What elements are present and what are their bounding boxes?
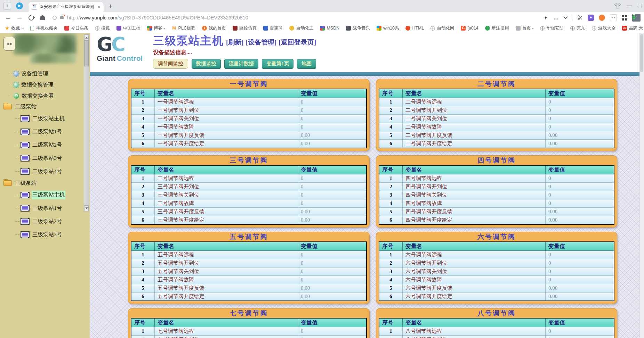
download-icon[interactable]: [632, 14, 641, 22]
bookmark-item[interactable]: 博客 -: [147, 25, 165, 31]
bookmark-item[interactable]: 自动化网: [430, 25, 454, 31]
variable-table: 序号变量名变量值1八号调节阀远程02八号调节阀开到位0: [379, 318, 614, 338]
scroll-down-button[interactable]: [84, 205, 89, 211]
scissors-icon[interactable]: [577, 15, 583, 20]
bookmark-item[interactable]: win10系: [377, 25, 399, 31]
sidebar-item-二级泵站4号[interactable]: 二级泵站4号: [0, 165, 83, 178]
column-header: 变量值: [298, 165, 367, 174]
bookmark-item[interactable]: 新注册用: [485, 25, 509, 31]
minimize-icon[interactable]: —: [627, 3, 632, 9]
sidebar-item-数据交换查看[interactable]: 数据交换查看: [0, 90, 83, 101]
sidebar-item-设备组管理[interactable]: 设备组管理: [0, 68, 83, 79]
column-header: 变量名: [403, 165, 546, 174]
gear-sync-icon: [14, 82, 19, 88]
table-row: 2一号调节阀开到位0: [131, 106, 367, 115]
sidebar-item-三级泵站3号[interactable]: 三级泵站3号: [0, 228, 83, 241]
browser-tab[interactable]: 秦安林果产业提灌泵站智能测 ×: [29, 2, 104, 12]
monitor-icon: [21, 218, 30, 225]
bookmark-label: 我的首页: [209, 25, 226, 31]
variable-name: 五号调节阀远程: [155, 251, 298, 259]
theme-shirt-icon[interactable]: [614, 3, 621, 9]
table-row: 4五号调节阀故障0: [131, 276, 367, 284]
bookmark-item[interactable]: HTML: [405, 26, 424, 31]
telegram-icon[interactable]: [16, 2, 23, 9]
bookmark-item[interactable]: C[u014: [461, 26, 478, 31]
sidebar-item-二级泵站2号[interactable]: 二级泵站2号: [0, 138, 83, 151]
reload-button[interactable]: [27, 14, 35, 22]
insecure-lock-icon[interactable]: [60, 16, 64, 19]
sidebar-scrollbar[interactable]: [84, 34, 89, 212]
tab-数据监控[interactable]: 数据监控: [192, 59, 221, 69]
page-scrollbar[interactable]: [639, 33, 644, 338]
bookmark-item[interactable]: 战争音乐: [346, 25, 370, 31]
sidebar-item-三级泵站2号[interactable]: 三级泵站2号: [0, 215, 83, 228]
sidebar-item-三级泵站1号[interactable]: 三级泵站1号: [0, 201, 83, 215]
scrollbar-thumb[interactable]: [84, 41, 89, 66]
bookmark-item[interactable]: MPLC远程: [172, 25, 195, 31]
more-menu-icon[interactable]: …: [553, 15, 559, 21]
address-bar[interactable]: http://www.yunplc.com/sg?SID=3790CDD0465…: [53, 15, 539, 20]
bookmark-item[interactable]: 中国工控: [116, 25, 140, 31]
variable-value: 0: [298, 191, 367, 199]
tab-调节阀监控[interactable]: 调节阀监控: [153, 59, 188, 69]
extension-icon[interactable]: ✦: [588, 15, 594, 21]
return-login-link[interactable]: [返回登录页]: [279, 39, 316, 46]
extension-orange-icon[interactable]: [599, 15, 605, 21]
maximize-icon[interactable]: [638, 4, 642, 8]
variable-name: 一号调节阀开到位: [155, 106, 298, 115]
bookmark-item[interactable]: JD品牌:天: [622, 25, 643, 31]
sidebar-collapse-button[interactable]: <<: [3, 37, 15, 51]
back-button[interactable]: ←: [5, 14, 11, 21]
lightning-icon[interactable]: [544, 15, 548, 21]
sidebar-item-数据交换管理[interactable]: 数据交换管理: [0, 79, 83, 90]
sidebar-item-二级泵站1号[interactable]: 二级泵站1号: [0, 125, 83, 138]
site-info-icon[interactable]: [53, 16, 57, 20]
page-scrollbar-thumb[interactable]: [640, 34, 643, 72]
sidebar-item-label: 三级泵站: [15, 180, 37, 187]
chevron-down-icon[interactable]: [563, 15, 568, 19]
table-row: 1三号调节阀远程0: [131, 174, 367, 183]
tab-流量计数据[interactable]: 流量计数据: [224, 59, 259, 69]
tab-地图[interactable]: 地图: [297, 59, 316, 69]
sidebar-item-二级泵站[interactable]: 二级泵站: [0, 101, 83, 112]
variable-value: 0.00: [546, 140, 614, 148]
bookmark-label: 百家号: [270, 25, 283, 31]
variable-value: 0: [298, 336, 367, 338]
bookmark-item[interactable]: 华强安防: [540, 25, 564, 31]
table-row: 5六号调节阀开度反馈0.00: [379, 284, 614, 292]
bookmark-item[interactable]: 搜狐: [95, 25, 110, 31]
bookmark-item[interactable]: 今日头条: [64, 25, 88, 31]
globe-icon: [95, 26, 99, 31]
bookmark-label: 自动化网: [437, 25, 454, 31]
bookmark-item[interactable]: 百家号: [263, 25, 283, 31]
bookmark-item[interactable]: 首页 -: [516, 25, 534, 31]
bookmark-item[interactable]: 自动化工: [289, 25, 313, 31]
sidebar-item-二级泵站3号[interactable]: 二级泵站3号: [0, 151, 83, 165]
browser-url-bar: ← → http://www.yunplc.com/sg?SID=3790CDD…: [0, 12, 644, 24]
column-header: 变量名: [155, 165, 298, 174]
refresh-link[interactable]: [刷新]: [226, 39, 244, 46]
home-button[interactable]: [40, 17, 45, 20]
bookmark-item[interactable]: 巨控仿真: [233, 25, 257, 31]
bookmark-item[interactable]: MSDN: [320, 26, 339, 31]
sidebar-item-三级泵站主机[interactable]: 三级泵站主机: [0, 188, 83, 201]
bookmark-item[interactable]: 京东: [570, 25, 585, 31]
tab-close-icon[interactable]: ×: [97, 5, 100, 9]
sidebar-item-三级泵站[interactable]: 三级泵站: [0, 178, 83, 188]
bookmark-item[interactable]: 游戏大全: [592, 25, 615, 31]
tab-变量第1页[interactable]: 变量第1页: [262, 59, 293, 69]
extension-white-icon[interactable]: [610, 14, 617, 21]
device-manage-link[interactable]: [设备管理]: [246, 39, 277, 46]
column-header: 序号: [131, 89, 155, 98]
sidebar-item-二级泵站主机[interactable]: 二级泵站主机: [0, 112, 83, 125]
pinned-app-icon[interactable]: ‖: [3, 2, 11, 10]
bookmark-item[interactable]: ★收藏: [5, 25, 24, 31]
bookmark-item[interactable]: 手机收藏夹: [30, 25, 58, 31]
variable-value: 0: [298, 115, 367, 123]
url-path: /sg?SID=3790CDD0465E49D9#OPEN=DEV2332392…: [117, 15, 248, 20]
scroll-up-button[interactable]: [84, 35, 89, 41]
bookmark-item[interactable]: 我的首页: [202, 25, 226, 31]
new-tab-button[interactable]: +: [108, 3, 112, 9]
apps-grid-icon[interactable]: [622, 15, 627, 20]
forward-button[interactable]: →: [16, 14, 23, 21]
